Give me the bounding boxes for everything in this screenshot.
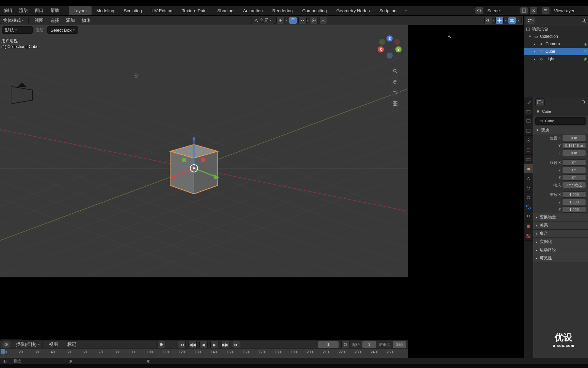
prop-datablock-dropdown[interactable]: ▭ Cube	[535, 117, 586, 125]
mode-dropdown[interactable]: 物体模式▾	[0, 17, 29, 24]
zoom-icon[interactable]	[390, 66, 400, 76]
tab-scripting[interactable]: Scripting	[375, 6, 402, 15]
prop-tab-world[interactable]	[524, 145, 533, 155]
help-menu[interactable]: 帮助	[47, 6, 63, 15]
perspective-toggle-icon[interactable]	[390, 99, 400, 108]
snap-toggle-icon[interactable]	[289, 17, 297, 24]
gizmo-z-axis[interactable]: Z	[387, 35, 393, 42]
scale-y-field[interactable]: 1.000	[562, 199, 586, 205]
jump-end-icon[interactable]: ⏭	[232, 341, 240, 348]
jump-start-icon[interactable]: ⏮	[178, 341, 186, 348]
tab-uv-editing[interactable]: UV Editing	[147, 6, 177, 15]
prop-tab-collection[interactable]	[524, 155, 533, 164]
prop-tab-data[interactable]	[524, 212, 533, 221]
rotation-x-field[interactable]: 0°	[562, 159, 586, 166]
play-icon[interactable]: ▶	[210, 341, 218, 348]
frame-range-icon[interactable]	[341, 341, 349, 348]
end-frame-field[interactable]: 250	[393, 341, 406, 348]
add-menu[interactable]: 添加	[63, 16, 78, 25]
auto-keyframe-icon[interactable]	[157, 341, 165, 348]
prop-tab-tool[interactable]	[524, 97, 533, 107]
timeline-marker-menu[interactable]: 标记	[64, 340, 80, 349]
camera-data-icon[interactable]: ◈	[583, 42, 588, 46]
tab-compositing[interactable]: Compositing	[297, 6, 331, 15]
panel-visibility-header[interactable]: ▸可见性	[533, 254, 588, 262]
prop-tab-modifiers[interactable]	[524, 174, 533, 183]
location-y-field[interactable]: 0.17146 m	[562, 142, 586, 149]
object-menu[interactable]: 物体	[78, 16, 94, 25]
keyframe-prev-icon[interactable]: ◀◀	[189, 341, 197, 348]
proportional-edit-icon[interactable]	[310, 17, 318, 24]
play-reverse-icon[interactable]: ◀	[199, 341, 208, 348]
panel-motion-paths-header[interactable]: ▸运动路径	[533, 246, 588, 254]
pan-icon[interactable]	[390, 77, 400, 87]
overlays-dropdown[interactable]: ▾	[518, 19, 519, 22]
viewlayer-name-field[interactable]: ViewLayer	[551, 7, 585, 14]
timeline-view-menu[interactable]: 视图	[46, 340, 61, 349]
tab-animation[interactable]: Animation	[238, 6, 267, 15]
tab-sculpting[interactable]: Sculpting	[119, 6, 147, 15]
expand-icon[interactable]: ▼	[528, 35, 532, 38]
camera-view-icon[interactable]	[390, 88, 400, 97]
outliner-editor-type[interactable]: ▾	[526, 17, 535, 24]
scene-browse-icon[interactable]	[475, 7, 483, 14]
rotation-y-field[interactable]: 0°	[562, 167, 586, 173]
snap-element-icon[interactable]	[298, 17, 307, 24]
panel-collections-header[interactable]: ▸集合	[533, 230, 588, 238]
keying-dropdown[interactable]: 抠像(插帧)▾	[13, 341, 43, 348]
panel-delta-transform-header[interactable]: ▸变换增量	[533, 213, 588, 221]
gizmo-neg-x[interactable]	[394, 39, 400, 45]
expand-icon[interactable]: ▸	[534, 57, 537, 61]
3d-viewport[interactable]: 用户透视 (1) Collection | Cube Z Y X ‹	[0, 25, 408, 277]
keyframe-next-icon[interactable]: ▶▶	[221, 341, 229, 348]
location-x-field[interactable]: 0 m	[562, 135, 586, 141]
expand-icon[interactable]: ▸	[534, 50, 537, 53]
current-frame-field[interactable]: 1	[318, 341, 339, 348]
overlays-toggle-icon[interactable]	[508, 17, 516, 24]
gizmo-toggle-icon[interactable]	[495, 17, 504, 24]
visibility-icon[interactable]	[484, 17, 492, 24]
snap-dropdown[interactable]: ▾	[307, 19, 308, 22]
gizmo-neg-y[interactable]	[379, 39, 385, 45]
gizmo-x-axis[interactable]: X	[378, 46, 384, 52]
view-menu[interactable]: 视图	[31, 16, 47, 25]
nav-gizmo[interactable]: Z Y X	[378, 35, 402, 59]
timeline-ruler[interactable]: 1020304050607080901001101201301401501601…	[0, 349, 408, 358]
outliner-item-cube[interactable]: ▸ ▽ Cube ▽	[524, 48, 588, 55]
properties-search-icon[interactable]	[581, 100, 586, 105]
proportional-falloff-icon[interactable]	[319, 17, 327, 24]
visibility-dropdown[interactable]: ▾	[492, 19, 494, 22]
gizmo-y-axis[interactable]: Y	[395, 46, 402, 52]
outliner-root[interactable]: ◫ 场景集合	[524, 25, 588, 33]
tab-rendering[interactable]: Rendering	[267, 6, 297, 15]
panel-relations-header[interactable]: ▸关系	[533, 221, 588, 230]
prop-tab-render[interactable]	[524, 107, 533, 117]
expand-icon[interactable]: ▸	[534, 42, 537, 46]
drag-tool-dropdown[interactable]: Select Box▾	[47, 26, 78, 34]
prop-tab-viewlayer[interactable]	[524, 126, 533, 136]
prop-tab-object[interactable]	[524, 164, 533, 174]
prop-tab-scene[interactable]	[524, 136, 533, 145]
select-menu[interactable]: 选择	[47, 16, 63, 25]
cube-object[interactable]	[160, 134, 228, 202]
panel-transform-header[interactable]: ▼ 变换	[533, 126, 588, 134]
add-workspace[interactable]: +	[401, 6, 411, 15]
light-data-icon[interactable]: ◉	[583, 57, 588, 61]
prop-tab-texture[interactable]	[524, 231, 533, 241]
sidebar-toggle[interactable]: ‹	[406, 35, 408, 40]
prop-tab-physics[interactable]	[524, 193, 533, 202]
tab-modeling[interactable]: Modeling	[92, 6, 119, 15]
viewlayer-browse-icon[interactable]	[542, 7, 550, 14]
properties-editor-type[interactable]: ▾	[535, 98, 545, 106]
scale-z-field[interactable]: 1.000	[562, 206, 586, 213]
mesh-data-icon[interactable]: ▽	[583, 49, 588, 54]
tab-texture-paint[interactable]: Texture Paint	[177, 6, 213, 15]
start-frame-field[interactable]: 1	[362, 341, 376, 348]
pivot-dropdown[interactable]: ▾	[286, 19, 288, 22]
tab-geometry-nodes[interactable]: Geometry Nodes	[331, 6, 374, 15]
scene-name-field[interactable]: Scene	[485, 7, 519, 14]
prop-tab-constraints[interactable]	[524, 202, 533, 212]
scene-pin-icon[interactable]	[520, 7, 528, 14]
orientation-dropdown[interactable]: 全局▾	[251, 17, 275, 24]
prop-tab-particles[interactable]	[524, 183, 533, 193]
